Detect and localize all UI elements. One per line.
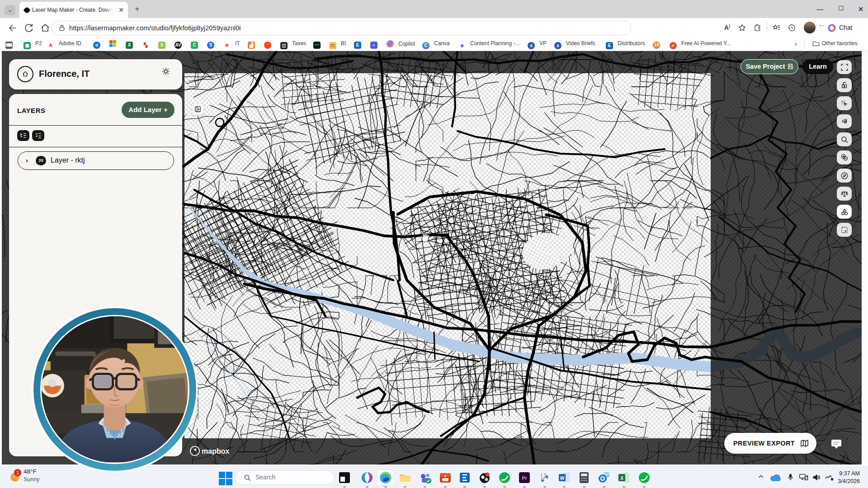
svg-text:X: X xyxy=(620,476,623,481)
svg-text:Pr: Pr xyxy=(522,475,527,481)
svg-text:W: W xyxy=(560,476,565,481)
svg-text:1: 1 xyxy=(16,470,19,475)
